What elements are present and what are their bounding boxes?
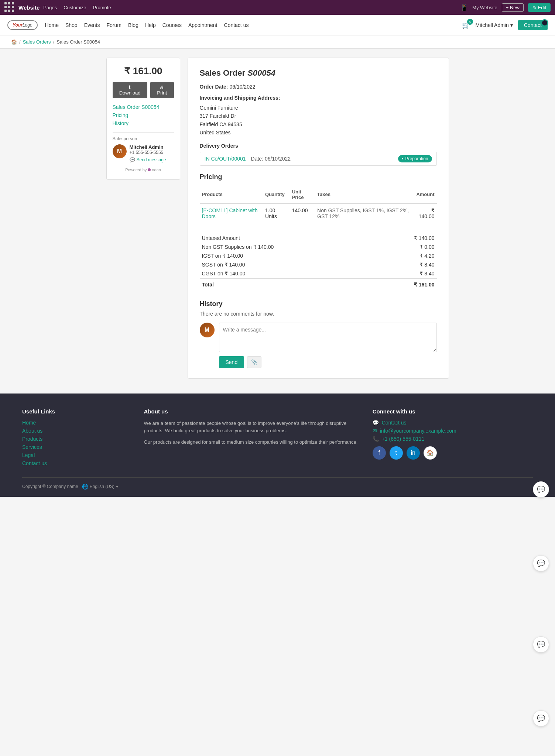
pricing-table: Products Quantity Unit Price Taxes Amoun…: [200, 186, 437, 223]
send-message-link[interactable]: 💬 Send message: [130, 157, 166, 162]
my-website-dropdown[interactable]: My Website: [472, 5, 497, 10]
nav-forum[interactable]: Forum: [106, 22, 121, 28]
apps-grid-icon[interactable]: [4, 2, 15, 13]
odoo-logo: odoo: [148, 168, 161, 172]
col-products: Products: [200, 186, 263, 203]
footer-link-home[interactable]: Home: [22, 420, 129, 426]
col-quantity: Quantity: [263, 186, 290, 203]
sidebar: ₹ 161.00 ⬇ Download 🖨 Print Sales Order …: [106, 58, 180, 379]
summary-total: Total ₹ 161.00: [200, 278, 437, 289]
logo: YourLogo: [7, 20, 38, 30]
product-amount: ₹ 140.00: [412, 203, 436, 223]
pricing-title: Pricing: [200, 173, 437, 181]
about-text-1: We are a team of passionate people whose…: [144, 420, 358, 435]
nav-events[interactable]: Events: [84, 22, 100, 28]
footer-link-contact[interactable]: Contact us: [22, 460, 129, 466]
summary-untaxed: Untaxed Amount ₹ 140.00: [200, 234, 437, 243]
compose-avatar: M: [200, 323, 215, 337]
salesperson-label: Salesperson: [113, 136, 174, 141]
cart-badge: 0: [467, 19, 473, 25]
cart-button[interactable]: 🛒 0: [462, 21, 470, 29]
breadcrumb-home[interactable]: 🏠: [11, 39, 17, 45]
footer-links-list: Home About us Products Services Legal Co…: [22, 420, 129, 466]
sidebar-link-pricing[interactable]: Pricing: [113, 112, 174, 118]
breadcrumb-current: Sales Order S00054: [56, 39, 100, 45]
product-link[interactable]: [E-COM11] Cabinet with Doors: [202, 207, 258, 219]
salesperson-phone: +1 555-555-5555: [130, 150, 166, 155]
no-comments: There are no comments for now.: [200, 311, 437, 317]
site-footer: Useful Links Home About us Products Serv…: [0, 394, 555, 497]
breadcrumb: 🏠 / Sales Orders / Sales Order S00054: [0, 35, 555, 49]
useful-links-title: Useful Links: [22, 408, 129, 415]
salesperson-name: Mitchell Admin: [130, 144, 166, 150]
admin-nav-pages[interactable]: Pages: [43, 5, 57, 10]
contact-nav-button[interactable]: Contact: [518, 20, 548, 30]
delivery-row: IN Co/OUT/00001 Date: 06/10/2022 Prepara…: [200, 152, 437, 166]
social-linkedin[interactable]: in: [407, 446, 420, 460]
main-content: ₹ 161.00 ⬇ Download 🖨 Print Sales Order …: [100, 58, 455, 379]
new-button[interactable]: + New: [502, 3, 524, 12]
nav-shop[interactable]: Shop: [65, 22, 78, 28]
nav-help[interactable]: Help: [145, 22, 156, 28]
site-nav: Home Shop Events Forum Blog Help Courses…: [45, 22, 455, 28]
sidebar-link-sales-order[interactable]: Sales Order S00054: [113, 104, 174, 110]
footer-link-products[interactable]: Products: [22, 436, 129, 442]
edit-button[interactable]: ✎ Edit: [528, 3, 551, 12]
copyright-text: Copyright © Company name: [22, 484, 78, 489]
admin-nav: Pages Customize Promote: [43, 5, 111, 10]
nav-home[interactable]: Home: [45, 22, 59, 28]
footer-bottom: Copyright © Company name 🌐 English (US) …: [22, 477, 533, 489]
footer-link-about[interactable]: About us: [22, 428, 129, 434]
summary-sgst: SGST on ₹ 140.00 ₹ 8.40: [200, 260, 437, 269]
message-textarea[interactable]: [219, 323, 437, 352]
globe-icon: 🌐: [82, 484, 88, 489]
footer-phone[interactable]: 📞 +1 (650) 555-0111: [373, 436, 533, 442]
mobile-icon: 📱: [460, 4, 468, 11]
footer-link-services[interactable]: Services: [22, 444, 129, 450]
salesperson-section: Salesperson M Mitchell Admin +1 555-555-…: [113, 136, 174, 162]
summary-non-gst: Non GST Supplies on ₹ 140.00 ₹ 0.00: [200, 243, 437, 251]
about-title: About us: [144, 408, 358, 415]
summary-table: Untaxed Amount ₹ 140.00 Non GST Supplies…: [200, 234, 437, 289]
admin-nav-customize[interactable]: Customize: [64, 5, 86, 10]
footer-about: About us We are a team of passionate peo…: [144, 408, 358, 466]
history-title: History: [200, 300, 437, 308]
footer-contact-link[interactable]: 💬 Contact us: [373, 420, 533, 426]
social-twitter[interactable]: t: [390, 446, 403, 460]
admin-nav-promote[interactable]: Promote: [93, 5, 111, 10]
col-amount: Amount: [412, 186, 436, 203]
history-section: History There are no comments for now. M…: [200, 300, 437, 368]
delivery-link[interactable]: IN Co/OUT/00001: [205, 156, 246, 162]
message-compose: M Send 📎: [200, 323, 437, 368]
powered-by: Powered by odoo: [113, 168, 174, 172]
download-button[interactable]: ⬇ Download: [113, 82, 147, 98]
attach-button[interactable]: 📎: [247, 356, 261, 368]
admin-bar: Website Pages Customize Promote 📱 My Web…: [0, 0, 555, 15]
delivery-date: Date: 06/10/2022: [251, 156, 291, 162]
site-navbar: YourLogo Home Shop Events Forum Blog Hel…: [0, 15, 555, 35]
nav-contact[interactable]: Contact us: [224, 22, 249, 28]
user-dropdown[interactable]: Mitchell Admin ▾: [475, 22, 513, 28]
breadcrumb-sales-orders[interactable]: Sales Orders: [23, 39, 51, 45]
footer-link-legal[interactable]: Legal: [22, 452, 129, 458]
order-date-row: Order Date: 06/10/2022: [200, 84, 437, 90]
product-quantity: 1.00 Units: [263, 203, 290, 223]
social-facebook[interactable]: f: [373, 446, 386, 460]
footer-useful-links: Useful Links Home About us Products Serv…: [22, 408, 129, 466]
summary-cgst: CGST on ₹ 140.00 ₹ 8.40: [200, 269, 437, 278]
language-selector[interactable]: 🌐 English (US) ▾: [82, 484, 118, 489]
sidebar-link-history[interactable]: History: [113, 120, 174, 126]
footer-email[interactable]: ✉ info@yourcompany.example.com: [373, 428, 533, 434]
status-badge: Preparation: [398, 155, 432, 162]
social-home-button[interactable]: 🏠: [424, 446, 437, 460]
nav-appointment[interactable]: Appointment: [188, 22, 217, 28]
nav-blog[interactable]: Blog: [128, 22, 138, 28]
content-area: Sales Order S00054 Order Date: 06/10/202…: [188, 58, 449, 379]
chat-bubble-1[interactable]: 💬: [533, 481, 549, 497]
salesperson-details: Mitchell Admin +1 555-555-5555 💬 Send me…: [130, 144, 166, 162]
send-button[interactable]: Send: [219, 356, 244, 368]
nav-courses[interactable]: Courses: [162, 22, 182, 28]
logo-area[interactable]: YourLogo: [7, 20, 38, 30]
print-button[interactable]: 🖨 Print: [150, 82, 174, 98]
about-text-2: Our products are designed for small to m…: [144, 439, 358, 446]
